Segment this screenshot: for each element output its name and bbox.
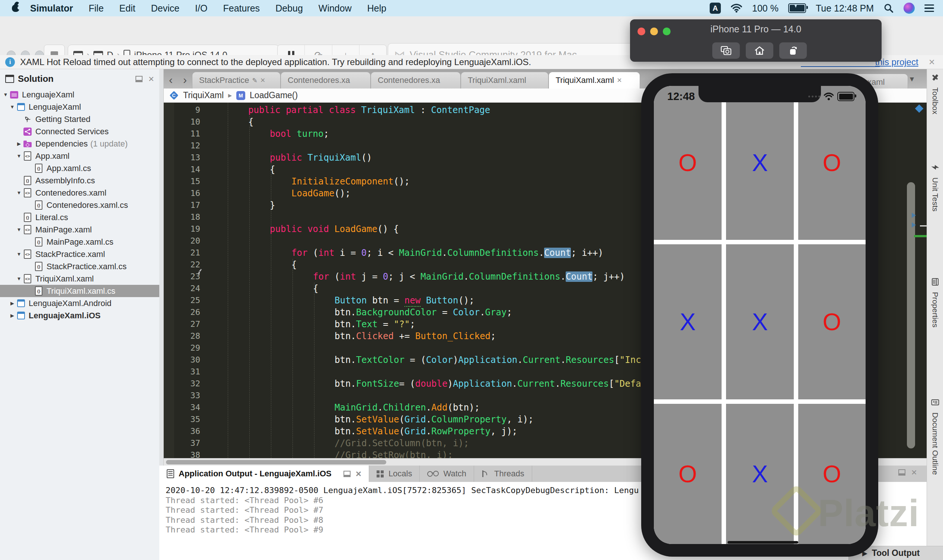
editor-tab-triquixaml-xaml[interactable]: TriquiXaml.xaml: [461, 72, 548, 89]
board-cell-1-1[interactable]: X: [726, 244, 794, 399]
editor-tab-contenedores-xa[interactable]: Contenedores.xa: [370, 72, 461, 89]
menu-item-window[interactable]: Window: [311, 3, 360, 13]
board-cell-0-1[interactable]: X: [726, 86, 794, 240]
tree-item-lenguajexaml-android[interactable]: ▶LenguajeXaml.Android: [0, 297, 159, 309]
tree-item-contenedores-xaml-cs[interactable]: Contenedores.xaml.cs: [0, 199, 159, 211]
tab-dock-icon[interactable]: [344, 471, 350, 477]
editor-tab-stackpractice[interactable]: StackPractice✎×: [192, 72, 281, 89]
this-project-link[interactable]: this project: [875, 57, 918, 67]
tree-item-assemblyinfo-cs[interactable]: AssemblyInfo.cs: [0, 174, 159, 187]
pane-close-icon[interactable]: ×: [148, 75, 154, 83]
tree-down-arrow-icon[interactable]: ▼: [15, 276, 23, 282]
tree-item-literal-cs[interactable]: Literal.cs: [0, 211, 159, 223]
scrollbar-thumb[interactable]: [166, 460, 386, 465]
menu-item-edit[interactable]: Edit: [112, 3, 143, 13]
tree-right-arrow-icon[interactable]: ▶: [8, 300, 16, 306]
board-cell-2-1[interactable]: X: [726, 404, 794, 544]
tree-down-arrow-icon[interactable]: ▼: [8, 104, 16, 110]
tree-right-arrow-icon[interactable]: ▶: [8, 313, 16, 318]
project-icon: [16, 103, 25, 112]
project-icon: [16, 299, 25, 308]
wifi-icon[interactable]: [730, 4, 742, 13]
tree-down-arrow-icon[interactable]: ▼: [2, 92, 10, 97]
tree-item-stackpractice-xaml-cs[interactable]: StackPractice.xaml.cs: [0, 260, 159, 272]
tab-nav-forward[interactable]: ›: [178, 71, 192, 89]
rotate-button[interactable]: [779, 42, 807, 59]
tree-item-stackpractice-xaml[interactable]: ▼StackPractice.xaml: [0, 248, 159, 260]
code-text: btn.TextColor = (Color)Application.Curre…: [335, 354, 641, 366]
x-mark: X: [680, 308, 696, 336]
editor-tab-contenedores-xa[interactable]: Contenedores.xa: [281, 72, 370, 89]
home-indicator[interactable]: [727, 541, 798, 544]
tree-item-app-xaml[interactable]: ▼App.xaml: [0, 150, 159, 162]
infobar-close-icon[interactable]: ×: [929, 56, 935, 68]
notification-center-icon[interactable]: [924, 5, 934, 12]
menu-item-device[interactable]: Device: [143, 3, 187, 13]
tree-item-getting-started[interactable]: Getting Started: [0, 113, 159, 125]
menu-item-simulator[interactable]: Simulator: [22, 3, 81, 13]
pane-splitter[interactable]: [159, 69, 164, 466]
tab-overflow-dropdown-icon[interactable]: ▼: [908, 75, 938, 83]
board-cell-1-2[interactable]: O: [798, 244, 866, 399]
tree-item-label: LenguajeXaml.iOS: [29, 311, 100, 320]
tab-nav-back[interactable]: ‹: [164, 71, 178, 89]
rail-tab-properties[interactable]: Properties: [927, 277, 943, 328]
tree-item-mainpage-xaml-cs[interactable]: MainPage.xaml.cs: [0, 236, 159, 248]
panel-tab-locals[interactable]: Locals: [369, 466, 420, 482]
apple-menu-icon[interactable]: [12, 5, 19, 12]
panel-tab-watch[interactable]: Watch: [420, 466, 474, 482]
tree-item-lenguajexaml[interactable]: ▼LenguajeXaml: [0, 101, 159, 113]
tree-down-arrow-icon[interactable]: ▼: [15, 153, 23, 159]
rail-tab-unit-tests[interactable]: Unit Tests: [927, 163, 943, 212]
screenshot-button[interactable]: [712, 42, 740, 59]
cs-icon: [34, 201, 43, 210]
panel-tab-threads[interactable]: Threads: [474, 466, 532, 482]
menu-item-file[interactable]: File: [81, 3, 111, 13]
board-cell-1-0[interactable]: X: [654, 244, 722, 399]
rail-tab-document-outline[interactable]: Document Outline: [927, 398, 943, 475]
input-source-icon[interactable]: A: [710, 3, 721, 14]
tree-down-arrow-icon[interactable]: ▼: [15, 227, 23, 232]
tab-close-icon[interactable]: ×: [617, 75, 622, 85]
tree-down-arrow-icon[interactable]: ▼: [15, 251, 23, 257]
menubar-clock[interactable]: Tue 12:48 PM: [816, 3, 874, 14]
editor-tab-triquixaml-xaml[interactable]: TriquiXaml.xaml×: [548, 72, 640, 89]
board-cell-2-0[interactable]: O: [654, 404, 722, 544]
rail-tab-label: Unit Tests: [931, 177, 940, 212]
home-button[interactable]: [746, 42, 773, 59]
breadcrumb-method[interactable]: LoadGame(): [250, 90, 298, 100]
pad-close-icon[interactable]: ×: [911, 469, 917, 476]
pad-dock-icon[interactable]: [898, 469, 905, 475]
board-cell-2-2[interactable]: O: [798, 404, 866, 544]
tab-close-icon[interactable]: ×: [356, 470, 361, 477]
menu-item-debug[interactable]: Debug: [268, 3, 311, 13]
tree-item-connected-services[interactable]: Connected Services: [0, 125, 159, 138]
menu-item-io[interactable]: I/O: [187, 3, 215, 13]
tree-item-contenedores-xaml[interactable]: ▼Contenedores.xaml: [0, 187, 159, 199]
tree-item-label: Contenedores.xaml.cs: [46, 200, 128, 210]
spotlight-search-icon[interactable]: [883, 3, 894, 13]
tab-close-icon[interactable]: ×: [261, 75, 265, 85]
x-mark: X: [752, 460, 768, 488]
cellular-signal-icon: [808, 95, 820, 97]
siri-icon[interactable]: [904, 3, 915, 14]
tree-item-app-xaml-cs[interactable]: App.xaml.cs: [0, 162, 159, 174]
panel-tab-application-output-lenguajexaml-ios[interactable]: Application Output - LenguajeXaml.iOS×: [159, 466, 369, 482]
info-icon: i: [5, 57, 15, 67]
code-text: //Grid.SetColumn(btn, i);: [335, 437, 469, 449]
breadcrumb-class[interactable]: TriquiXaml: [183, 90, 224, 100]
menu-item-help[interactable]: Help: [360, 3, 394, 13]
tree-down-arrow-icon[interactable]: ▼: [15, 190, 23, 195]
tree-item-lenguajexaml[interactable]: ▼LenguajeXaml: [0, 89, 159, 101]
menu-item-features[interactable]: Features: [215, 3, 268, 13]
tree-right-arrow-icon[interactable]: ▶: [15, 141, 23, 146]
tree-item-mainpage-xaml[interactable]: ▼MainPage.xaml: [0, 223, 159, 236]
board-cell-0-0[interactable]: O: [654, 86, 722, 240]
tree-item-lenguajexaml-ios[interactable]: ▶LenguajeXaml.iOS: [0, 309, 159, 322]
board-cell-0-2[interactable]: O: [798, 86, 866, 240]
line-number: 36: [174, 425, 200, 437]
tree-item-dependencies[interactable]: ▶Dependencies(1 update): [0, 138, 159, 150]
tree-item-triquixaml-xaml-cs[interactable]: TriquiXaml.xaml.cs: [0, 285, 159, 297]
pane-dock-icon[interactable]: [136, 76, 142, 82]
tree-item-triquixaml-xaml[interactable]: ▼TriquiXaml.xaml: [0, 272, 159, 285]
